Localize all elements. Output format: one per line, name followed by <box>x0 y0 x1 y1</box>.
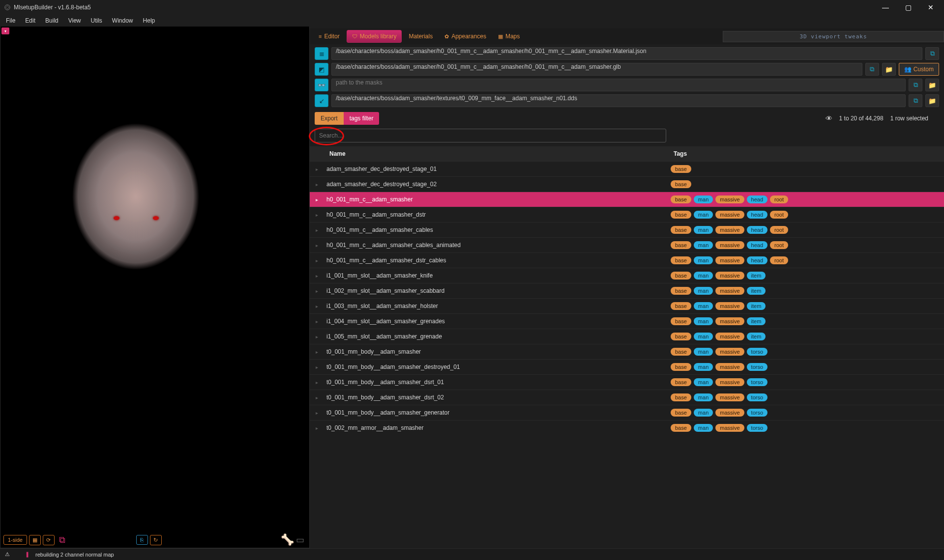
tag-base[interactable]: base <box>671 196 691 203</box>
tag-man[interactable]: man <box>694 363 713 371</box>
chip-icon[interactable]: ▭ <box>296 534 304 545</box>
copy-icon[interactable]: ⧉ <box>909 79 922 91</box>
tag-item[interactable]: item <box>747 272 766 280</box>
tag-base[interactable]: base <box>671 348 691 356</box>
tag-man[interactable]: man <box>694 317 713 325</box>
close-button[interactable]: ✕ <box>919 0 942 15</box>
tag-base[interactable]: base <box>671 378 691 386</box>
tag-item[interactable]: item <box>747 317 766 325</box>
tab-models-library[interactable]: 🛡Models library <box>347 30 402 43</box>
expand-icon[interactable]: ▸ <box>316 395 326 400</box>
tag-massive[interactable]: massive <box>715 241 744 249</box>
menu-utils[interactable]: Utils <box>86 16 107 25</box>
menu-file[interactable]: File <box>1 16 20 25</box>
tag-man[interactable]: man <box>694 424 713 432</box>
tag-man[interactable]: man <box>694 287 713 295</box>
table-row[interactable]: ▸t0_001_mm_body__adam_smasher_dsrt_02bas… <box>310 390 944 405</box>
expand-icon[interactable]: ▸ <box>316 380 326 385</box>
reload-icon[interactable]: ↻ <box>150 535 162 545</box>
col-tags-header[interactable]: Tags <box>674 150 938 157</box>
tag-item[interactable]: item <box>747 302 766 310</box>
expand-icon[interactable]: ▸ <box>316 410 326 416</box>
mask-icon[interactable]: 👓 <box>315 79 328 91</box>
tag-torso[interactable]: torso <box>747 348 767 356</box>
menu-view[interactable]: View <box>63 16 86 25</box>
link-icon[interactable]: ⧉ <box>57 533 68 547</box>
tag-root[interactable]: root <box>770 196 788 203</box>
table-row[interactable]: ▸adam_smasher_dec_destroyed_stage_02base <box>310 176 944 192</box>
expand-icon[interactable]: ▸ <box>316 364 326 370</box>
tag-man[interactable]: man <box>694 302 713 310</box>
copy-icon[interactable]: ⧉ <box>925 47 939 60</box>
expand-icon[interactable]: ▸ <box>316 227 326 233</box>
folder-icon[interactable]: 📁 <box>925 79 939 91</box>
menu-build[interactable]: Build <box>40 16 63 25</box>
tag-massive[interactable]: massive <box>715 378 744 386</box>
tag-root[interactable]: root <box>770 226 788 234</box>
texture-path-input[interactable]: /base/characters/boss/adam_smasher/textu… <box>331 94 906 107</box>
table-row[interactable]: ▸h0_001_mm_c__adam_smasher_cables_animat… <box>310 237 944 252</box>
tag-root[interactable]: root <box>770 256 788 264</box>
viewport-mode-badge[interactable]: ▾ <box>1 28 9 34</box>
col-name-header[interactable]: Name <box>329 150 674 157</box>
table-row[interactable]: ▸h0_001_mm_c__adam_smasher_dstr_cablesba… <box>310 252 944 268</box>
minimize-button[interactable]: — <box>874 0 897 15</box>
tag-base[interactable]: base <box>671 333 691 340</box>
tag-base[interactable]: base <box>671 165 691 173</box>
tag-base[interactable]: base <box>671 272 691 280</box>
tag-massive[interactable]: massive <box>715 409 744 417</box>
table-row[interactable]: ▸t0_002_mm_armor__adam_smasherbasemanmas… <box>310 420 944 435</box>
expand-icon[interactable]: ▸ <box>316 425 326 431</box>
collapse-icon[interactable]: ↙ <box>315 94 328 107</box>
expand-icon[interactable]: ▸ <box>316 167 326 172</box>
tag-massive[interactable]: massive <box>715 302 744 310</box>
tag-base[interactable]: base <box>671 409 691 417</box>
tag-base[interactable]: base <box>671 317 691 325</box>
tab-maps[interactable]: ▦Maps <box>493 30 525 42</box>
table-row[interactable]: ▸h0_001_mm_c__adam_smasher_cablesbaseman… <box>310 222 944 237</box>
table-row[interactable]: ▸h0_001_mm_c__adam_smasherbasemanmassive… <box>310 192 944 207</box>
tab-editor[interactable]: ≡Editor <box>314 30 345 42</box>
tag-man[interactable]: man <box>694 196 713 203</box>
tag-torso[interactable]: torso <box>747 409 767 417</box>
expand-icon[interactable]: ▸ <box>316 243 326 248</box>
table-row[interactable]: ▸t0_001_mm_body__adam_smasher_destroyed_… <box>310 359 944 374</box>
tag-torso[interactable]: torso <box>747 363 767 371</box>
tag-head[interactable]: head <box>747 226 767 234</box>
tag-torso[interactable]: torso <box>747 378 767 386</box>
tag-torso[interactable]: torso <box>747 424 767 432</box>
side-toggle-button[interactable]: 1-side <box>3 535 27 545</box>
tag-base[interactable]: base <box>671 302 691 310</box>
tag-base[interactable]: base <box>671 241 691 249</box>
table-row[interactable]: ▸adam_smasher_dec_destroyed_stage_01base <box>310 161 944 176</box>
tag-item[interactable]: item <box>747 333 766 340</box>
tag-massive[interactable]: massive <box>715 348 744 356</box>
tag-base[interactable]: base <box>671 211 691 219</box>
expand-icon[interactable]: ▸ <box>316 182 326 187</box>
table-row[interactable]: ▸i1_003_mm_slot__adam_smasher_holsterbas… <box>310 298 944 313</box>
layers-icon[interactable]: ⎘ <box>136 535 148 545</box>
tag-man[interactable]: man <box>694 211 713 219</box>
tag-massive[interactable]: massive <box>715 393 744 401</box>
search-input[interactable] <box>315 129 666 142</box>
menu-window[interactable]: Window <box>107 16 138 25</box>
tag-massive[interactable]: massive <box>715 272 744 280</box>
masks-path-input[interactable]: path to the masks <box>331 79 906 91</box>
folder-icon[interactable]: 📁 <box>925 94 939 107</box>
tag-head[interactable]: head <box>747 211 767 219</box>
tab-materials[interactable]: Materials <box>404 30 438 42</box>
tag-base[interactable]: base <box>671 226 691 234</box>
tag-man[interactable]: man <box>694 272 713 280</box>
tag-man[interactable]: man <box>694 256 713 264</box>
tag-root[interactable]: root <box>770 241 788 249</box>
material-path-input[interactable]: /base/characters/boss/adam_smasher/h0_00… <box>331 47 922 60</box>
custom-button[interactable]: 👥Custom <box>899 63 939 76</box>
tag-massive[interactable]: massive <box>715 226 744 234</box>
tag-root[interactable]: root <box>770 211 788 219</box>
tweaks-dropdown[interactable]: 3D viewport tweaks <box>723 31 944 42</box>
tags-filter-button[interactable]: tags filter <box>344 112 380 125</box>
tag-massive[interactable]: massive <box>715 256 744 264</box>
glb-path-input[interactable]: /base/characters/boss/adam_smasher/h0_00… <box>331 63 862 76</box>
tag-massive[interactable]: massive <box>715 317 744 325</box>
viewport-3d[interactable] <box>0 34 309 548</box>
